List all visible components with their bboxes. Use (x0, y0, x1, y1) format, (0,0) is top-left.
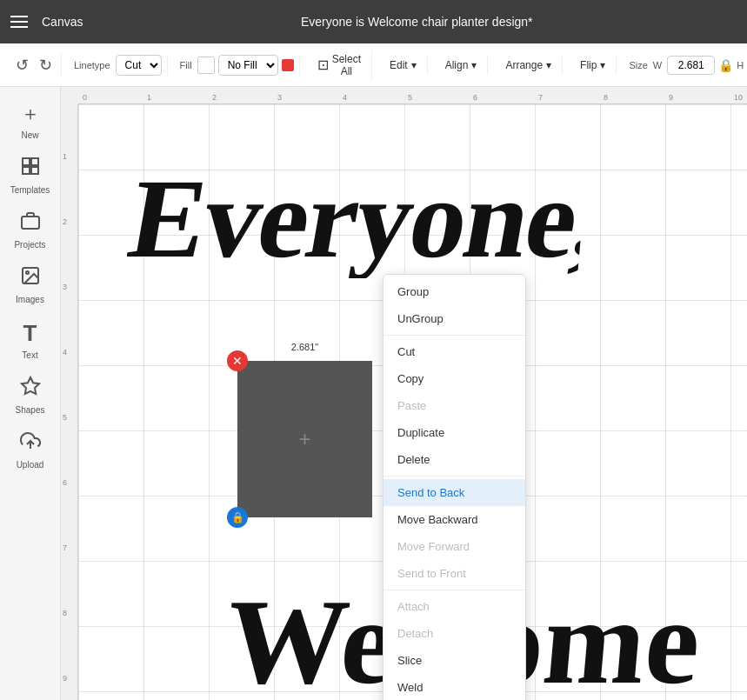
shapes-icon (20, 376, 41, 402)
svg-text:Everyone,: Everyone, (125, 156, 590, 278)
flip-chevron-icon: ▾ (600, 59, 605, 71)
ctx-weld[interactable]: Weld (384, 674, 525, 700)
ctx-detach-label: Detach (397, 627, 433, 640)
lock-icon: 🔒 (718, 58, 733, 72)
shape-box[interactable]: + (237, 361, 372, 517)
ctx-group[interactable]: Group (384, 278, 525, 305)
ctx-move-forward-label: Move Forward (397, 540, 470, 553)
ctx-cut[interactable]: Cut (384, 338, 525, 365)
sidebar-item-projects-label: Projects (14, 240, 45, 250)
linetype-color-swatch[interactable] (282, 59, 294, 71)
align-button[interactable]: Align ▾ (440, 56, 483, 75)
fill-group: Fill No Fill (175, 55, 300, 76)
sidebar-item-images[interactable]: Images (4, 258, 57, 311)
sidebar-item-projects[interactable]: Projects (4, 203, 57, 257)
ctx-send-to-back-label: Send to Back (397, 486, 464, 499)
new-icon: ＋ (21, 101, 40, 127)
ctx-group-label: Group (397, 285, 429, 298)
canvas-title: Everyone is Welcome chair planter design… (97, 15, 737, 29)
ctx-attach: Attach (384, 593, 525, 620)
sidebar-item-shapes[interactable]: Shapes (4, 369, 57, 422)
ctx-duplicate[interactable]: Duplicate (384, 419, 525, 446)
ctx-divider-2 (384, 476, 525, 477)
ctx-move-forward: Move Forward (384, 533, 525, 560)
edit-group: Edit ▾ (379, 56, 428, 75)
linetype-select[interactable]: Cut (116, 55, 162, 76)
ctx-send-to-front-label: Send to Front (397, 567, 466, 580)
ctx-ungroup[interactable]: UnGroup (384, 305, 525, 332)
ctx-copy[interactable]: Copy (384, 365, 525, 392)
ctx-attach-label: Attach (397, 600, 430, 613)
arrange-button[interactable]: Arrange ▾ (500, 56, 557, 75)
ctx-weld-label: Weld (397, 681, 423, 694)
ctx-slice[interactable]: Slice (384, 647, 525, 674)
ruler-tick-v-8: 8 (63, 609, 67, 617)
ruler-tick-0: 0 (83, 93, 87, 102)
linetype-group: Linetype Cut (69, 55, 168, 76)
width-label: W (653, 60, 662, 70)
undo-button[interactable]: ↺ (12, 54, 32, 77)
ctx-send-to-back[interactable]: Send to Back (384, 479, 525, 506)
sidebar-item-upload[interactable]: Upload (4, 423, 57, 477)
images-icon (20, 265, 41, 291)
arrange-label: Arrange (505, 59, 543, 71)
ctx-divider-1 (384, 335, 525, 336)
left-sidebar: ＋ New Templates Projects (0, 87, 61, 700)
redo-button[interactable]: ↻ (36, 54, 56, 77)
ruler-tick-v-6: 6 (63, 478, 67, 487)
ruler-top: 0 1 2 3 4 5 6 7 8 9 10 (78, 87, 747, 104)
sidebar-item-text[interactable]: T Text (4, 313, 57, 367)
ruler-corner (61, 87, 78, 104)
ruler-tick-1: 1 (147, 93, 151, 102)
ctx-paste: Paste (384, 392, 525, 419)
align-group: Align ▾ (435, 56, 489, 75)
edit-chevron-icon: ▾ (411, 59, 417, 71)
ruler-tick-6: 6 (473, 93, 477, 102)
delete-handle[interactable]: ✕ (227, 350, 248, 371)
sidebar-item-new[interactable]: ＋ New (4, 94, 57, 147)
svg-marker-7 (22, 377, 39, 394)
ctx-paste-label: Paste (397, 399, 426, 412)
ruler-tick-3: 3 (277, 93, 282, 102)
ruler-tick-v-5: 5 (63, 413, 67, 422)
select-all-button[interactable]: ⊡ Select All (312, 50, 366, 81)
arrange-chevron-icon: ▾ (546, 59, 551, 71)
ctx-cut-label: Cut (397, 345, 415, 358)
canvas-area[interactable]: 0 1 2 3 4 5 6 7 8 9 10 1 2 3 4 5 6 7 8 9 (61, 87, 747, 700)
ctx-delete[interactable]: Delete (384, 446, 525, 473)
svg-point-6 (26, 271, 29, 274)
ctx-ungroup-label: UnGroup (397, 312, 444, 325)
align-label: Align (445, 59, 469, 71)
svg-rect-2 (23, 167, 30, 174)
lock-handle[interactable]: 🔒 (227, 507, 248, 528)
size-label: 2.681" (291, 342, 318, 352)
ruler-tick-10: 10 (734, 93, 743, 102)
width-input[interactable] (667, 56, 715, 75)
ruler-tick-v-7: 7 (63, 543, 67, 552)
projects-icon (20, 210, 41, 237)
fill-label: Fill (180, 60, 192, 70)
align-chevron-icon: ▾ (471, 59, 477, 71)
undo-redo-group: ↺ ↻ (7, 54, 62, 77)
ctx-move-backward[interactable]: Move Backward (384, 506, 525, 533)
edit-button[interactable]: Edit ▾ (384, 56, 422, 75)
edit-label: Edit (390, 59, 408, 71)
ruler-tick-5: 5 (408, 93, 412, 102)
flip-button[interactable]: Flip ▾ (575, 56, 610, 75)
arrange-group: Arrange ▾ (495, 56, 563, 75)
height-label: H (737, 60, 744, 70)
svg-rect-0 (23, 158, 30, 165)
flip-label: Flip (580, 59, 597, 71)
app-title: Canvas (42, 15, 83, 29)
sidebar-item-templates-label: Templates (10, 185, 50, 195)
flip-group: Flip ▾ (570, 56, 617, 75)
sidebar-item-new-label: New (21, 130, 38, 140)
ctx-detach: Detach (384, 620, 525, 647)
sidebar-item-templates[interactable]: Templates (4, 149, 57, 202)
fill-select[interactable]: No Fill (218, 55, 278, 76)
hamburger-menu[interactable] (10, 16, 28, 28)
fill-color-swatch[interactable] (197, 57, 215, 74)
selected-shape[interactable]: 2.681" ✕ + 🔒 (237, 361, 372, 517)
ruler-tick-v-2: 2 (63, 217, 67, 226)
top-bar: Canvas Everyone is Welcome chair planter… (0, 0, 747, 43)
